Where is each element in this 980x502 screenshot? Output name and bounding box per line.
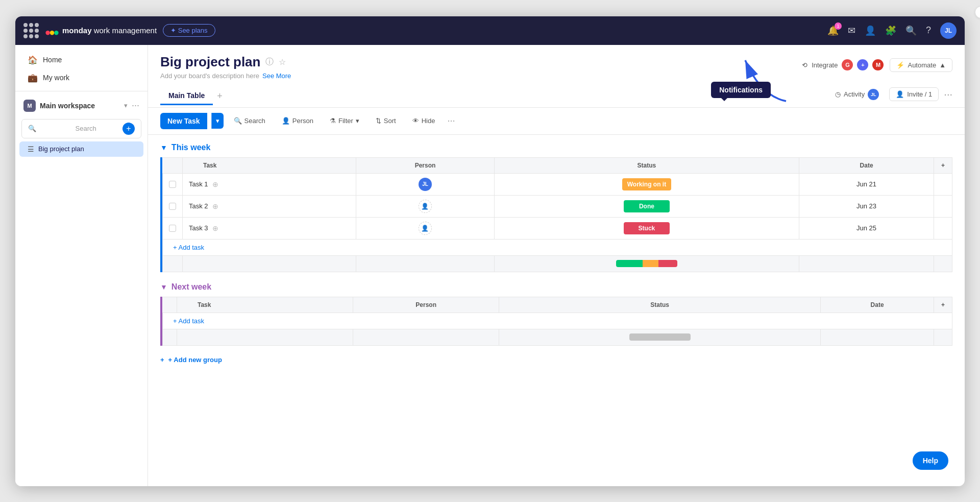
group-title-this-week: This week	[172, 143, 210, 152]
filter-button[interactable]: ⚗ Filter ▾	[324, 113, 365, 128]
summary-row-next-week	[163, 329, 952, 345]
group-table-wrapper-next-week: Task Person Status Date + + Add task	[160, 297, 952, 346]
add-board-button[interactable]: +	[122, 123, 135, 135]
notification-badge: 1	[835, 22, 842, 30]
task-status-1[interactable]: Working on it	[494, 173, 799, 195]
col-task-nw: Task	[177, 297, 353, 313]
board-tabs: Main Table +	[160, 87, 227, 105]
toolbar-more-icon[interactable]: ···	[445, 115, 457, 126]
status-badge-working[interactable]: Working on it	[622, 178, 671, 190]
task-add-person-icon-3[interactable]: ⊕	[212, 224, 218, 232]
invite-people-icon[interactable]: 👤	[865, 25, 876, 36]
new-task-button[interactable]: New Task	[160, 113, 207, 129]
board-more-icon[interactable]: ···	[944, 88, 952, 100]
briefcase-icon: 💼	[28, 73, 38, 83]
svg-point-0	[45, 31, 50, 35]
automate-button[interactable]: ⚡ Automate ▲	[890, 58, 952, 72]
add-task-row-this-week[interactable]: + Add task	[163, 239, 952, 255]
hide-button[interactable]: 👁 Hide	[406, 113, 442, 128]
task-date-2: Jun 23	[799, 195, 934, 217]
integrate-icon: ⟲	[802, 61, 807, 69]
task-person-empty-2[interactable]: 👤	[419, 200, 432, 213]
board-description: Add your board's description here	[160, 72, 259, 80]
automate-collapse-icon: ▲	[939, 61, 946, 69]
notifications-tooltip: Notifications	[711, 82, 771, 98]
task-status-3[interactable]: Stuck	[494, 217, 799, 239]
summary-empty-nw-1	[163, 329, 177, 345]
board-info-icon[interactable]: ⓘ	[265, 57, 274, 67]
group-collapse-icon-next[interactable]: ▼	[160, 283, 167, 291]
add-new-group-button[interactable]: + + Add new group	[160, 356, 952, 364]
task-checkbox-3[interactable]	[163, 217, 183, 239]
add-task-cell-nw[interactable]: + Add task	[163, 313, 952, 329]
workspace-header[interactable]: M Main workspace ▾ ···	[15, 95, 148, 116]
group-header-this-week[interactable]: ▼ This week	[160, 143, 952, 152]
task-checkbox-2[interactable]	[163, 195, 183, 217]
workspace-more-icon[interactable]: ···	[132, 100, 139, 111]
status-badge-done[interactable]: Done	[624, 200, 670, 212]
add-task-row-next-week[interactable]: + Add task	[163, 313, 952, 329]
board-star-icon[interactable]: ☆	[279, 57, 286, 67]
help-icon[interactable]: ?	[926, 25, 931, 36]
task-person-3[interactable]: 👤	[356, 217, 495, 239]
col-task: Task	[183, 157, 356, 173]
activity-button[interactable]: ◷ Activity JL	[830, 86, 884, 103]
search-toolbar-icon: 🔍	[234, 117, 242, 125]
search-icon[interactable]: 🔍	[905, 25, 917, 36]
task-person-2[interactable]: 👤	[356, 195, 495, 217]
integrate-label: Integrate	[812, 61, 838, 69]
monday-logo-icon	[45, 23, 59, 38]
task-status-2[interactable]: Done	[494, 195, 799, 217]
workspace-dropdown-icon[interactable]: ▾	[124, 102, 128, 109]
task-extra-1	[934, 173, 952, 195]
sort-button[interactable]: ⇅ Sort	[370, 113, 402, 128]
table-row: Task 2 ⊕ 👤	[163, 195, 952, 217]
person-filter-button[interactable]: 👤 Person	[276, 113, 320, 128]
board-header: Big project plan ⓘ ☆ Add your board's de…	[148, 45, 965, 108]
activity-label: Activity	[844, 90, 865, 98]
home-icon: 🏠	[28, 55, 38, 65]
group-header-next-week[interactable]: ▼ Next week	[160, 282, 952, 292]
board-title: Big project plan	[160, 54, 260, 70]
task-add-person-icon-2[interactable]: ⊕	[212, 202, 218, 210]
inbox-icon[interactable]: ✉	[848, 25, 855, 36]
summary-stuck-bar	[658, 260, 677, 267]
logo-text: monday work management	[62, 26, 157, 35]
status-summary-cell	[494, 255, 799, 272]
user-avatar[interactable]: JL	[940, 22, 957, 39]
sidebar-board-item[interactable]: ☰ Big project plan	[19, 141, 143, 157]
tab-main-table[interactable]: Main Table	[160, 87, 213, 105]
sidebar-search-box[interactable]: 🔍 Search +	[21, 119, 141, 138]
summary-empty-nw-5	[934, 329, 952, 345]
toolbar: New Task ▾ 🔍 Search 👤 Person ⚗ Filter ▾ …	[148, 108, 965, 135]
sidebar-item-home[interactable]: 🏠 Home	[19, 51, 143, 69]
main-layout: 🏠 Home 💼 My work M Main workspace ▾ ··· …	[15, 45, 965, 486]
invite-button[interactable]: 👤 Invite / 1	[889, 87, 939, 101]
add-task-cell[interactable]: + Add task	[163, 239, 952, 255]
group-collapse-icon[interactable]: ▼	[160, 144, 167, 152]
invite-icon: 👤	[896, 90, 904, 98]
task-person-1[interactable]: JL	[356, 173, 495, 195]
task-add-person-icon-1[interactable]: ⊕	[212, 180, 218, 188]
search-button[interactable]: 🔍 Search	[228, 113, 272, 128]
task-person-empty-3[interactable]: 👤	[419, 222, 432, 235]
apps-grid-icon[interactable]	[23, 23, 39, 38]
help-button[interactable]: Help	[913, 451, 948, 470]
arrow-pointer	[740, 55, 801, 106]
apps-icon[interactable]: 🧩	[885, 25, 896, 36]
sidebar-item-mywork[interactable]: 💼 My work	[19, 69, 143, 87]
sidebar-divider	[15, 91, 148, 91]
col-add-nw[interactable]: +	[934, 297, 952, 313]
add-tab-button[interactable]: +	[213, 91, 227, 102]
task-avatar-1[interactable]: JL	[419, 178, 432, 191]
see-plans-button[interactable]: ✦ See plans	[163, 24, 215, 37]
notifications-icon[interactable]: 🔔 1	[827, 25, 839, 36]
col-add[interactable]: +	[934, 157, 952, 173]
integrate-button[interactable]: ⟲ Integrate G + M	[802, 59, 884, 70]
group-this-week: ▼ This week Task Person Status	[160, 143, 952, 272]
new-task-dropdown[interactable]: ▾	[211, 113, 224, 129]
status-badge-stuck[interactable]: Stuck	[624, 222, 670, 234]
task-checkbox-1[interactable]	[163, 173, 183, 195]
automate-label: Automate	[908, 61, 936, 69]
see-more-link[interactable]: See More	[262, 72, 291, 80]
